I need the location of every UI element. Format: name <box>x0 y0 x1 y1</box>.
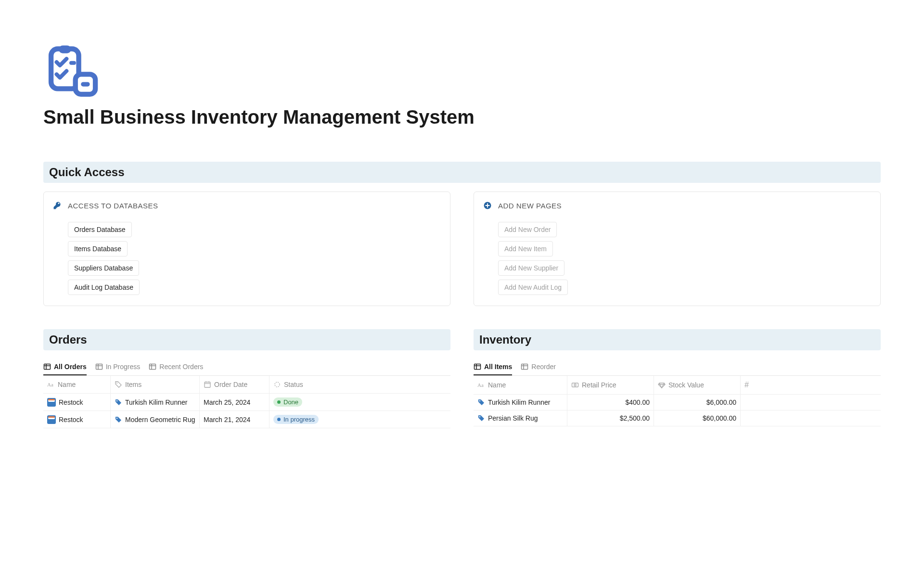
svg-text:Aa: Aa <box>477 382 484 388</box>
table-icon <box>521 363 528 371</box>
svg-point-32 <box>574 384 576 386</box>
svg-rect-31 <box>572 383 578 387</box>
add-new-order-button[interactable]: Add New Order <box>498 222 557 237</box>
cell-name: Restock <box>43 394 111 410</box>
quick-access-header: Quick Access <box>43 162 881 183</box>
table-row[interactable]: Restock Modern Geometric Rug March 21, 2… <box>43 411 450 428</box>
col-retail-price[interactable]: Retail Price <box>567 376 654 394</box>
col-name[interactable]: Aa Name <box>43 376 111 393</box>
svg-text:Aa: Aa <box>47 382 53 387</box>
tab-label: Recent Orders <box>159 363 203 371</box>
tag-icon <box>115 381 122 388</box>
add-new-audit-log-button[interactable]: Add New Audit Log <box>498 280 568 295</box>
add-pages-label: ADD NEW PAGES <box>498 202 562 210</box>
cell-stock: $6,000.00 <box>654 395 741 410</box>
tab-label: All Orders <box>54 363 87 371</box>
cell-name: Restock <box>43 411 111 428</box>
status-badge: Done <box>273 397 302 407</box>
cell-date: March 21, 2024 <box>200 411 270 428</box>
orders-tabs: All Orders In Progress Recent Orders <box>43 359 450 376</box>
tab-reorder[interactable]: Reorder <box>521 359 556 375</box>
table-icon <box>43 363 51 371</box>
calendar-icon <box>204 381 211 388</box>
tab-label: In Progress <box>106 363 141 371</box>
tab-all-orders[interactable]: All Orders <box>43 359 87 375</box>
databases-label: ACCESS TO DATABASES <box>68 202 158 210</box>
table-row[interactable]: Persian Silk Rug $2,500.00 $60,000.00 <box>474 410 881 426</box>
svg-rect-17 <box>205 382 210 387</box>
tab-label: Reorder <box>531 363 556 371</box>
col-hash[interactable]: # <box>741 376 881 394</box>
cell-item: Modern Geometric Rug <box>111 411 200 428</box>
orders-heading: Orders <box>49 333 445 346</box>
orders-header: Orders <box>43 329 450 350</box>
money-icon <box>571 381 579 389</box>
tab-recent-orders[interactable]: Recent Orders <box>149 359 203 375</box>
svg-rect-12 <box>150 364 156 370</box>
svg-point-21 <box>275 382 280 387</box>
inventory-table-head: Aa Name Retail Price Stock Value # <box>474 376 881 395</box>
svg-rect-4 <box>81 82 90 87</box>
tab-in-progress[interactable]: In Progress <box>95 359 141 375</box>
table-row[interactable]: Restock Turkish Kilim Runner March 25, 2… <box>43 394 450 411</box>
store-icon <box>47 415 56 424</box>
cell-hash <box>741 410 881 426</box>
tab-label: All Items <box>484 363 512 371</box>
audit-log-database-link[interactable]: Audit Log Database <box>68 280 140 295</box>
databases-card: ACCESS TO DATABASES Orders Database Item… <box>43 192 450 306</box>
add-pages-card: ADD NEW PAGES Add New Order Add New Item… <box>474 192 881 306</box>
inventory-heading: Inventory <box>479 333 875 346</box>
svg-rect-24 <box>475 364 481 370</box>
inventory-tabs: All Items Reorder <box>474 359 881 376</box>
tag-icon <box>115 398 122 406</box>
svg-point-33 <box>479 400 480 401</box>
col-order-date[interactable]: Order Date <box>200 376 270 393</box>
inventory-header: Inventory <box>474 329 881 350</box>
cell-name: Turkish Kilim Runner <box>474 395 567 410</box>
quick-access-heading: Quick Access <box>49 166 875 179</box>
cell-hash <box>741 395 881 410</box>
cell-name: Persian Silk Rug <box>474 410 567 426</box>
status-badge: In progress <box>273 415 319 424</box>
cell-date: March 25, 2024 <box>200 394 270 410</box>
add-new-item-button[interactable]: Add New Item <box>498 241 553 256</box>
gem-icon <box>658 381 666 389</box>
svg-point-23 <box>116 417 117 418</box>
tag-icon <box>477 414 485 422</box>
key-icon <box>52 201 62 210</box>
suppliers-database-link[interactable]: Suppliers Database <box>68 260 139 276</box>
add-new-supplier-button[interactable]: Add New Supplier <box>498 260 565 276</box>
items-database-link[interactable]: Items Database <box>68 241 128 256</box>
plus-circle-icon <box>483 201 492 210</box>
text-icon: Aa <box>47 381 55 388</box>
svg-point-34 <box>479 416 480 417</box>
orders-database-link[interactable]: Orders Database <box>68 222 132 237</box>
col-name[interactable]: Aa Name <box>474 376 567 394</box>
tab-all-items[interactable]: All Items <box>474 359 512 375</box>
col-items[interactable]: Items <box>111 376 200 393</box>
svg-rect-1 <box>59 46 71 53</box>
col-stock-value[interactable]: Stock Value <box>654 376 741 394</box>
cell-status: Done <box>270 394 450 410</box>
table-icon <box>474 363 481 371</box>
store-icon <box>47 398 56 407</box>
table-row[interactable]: Turkish Kilim Runner $400.00 $6,000.00 <box>474 395 881 410</box>
page-title: Small Business Inventory Management Syst… <box>43 106 881 128</box>
svg-point-22 <box>116 400 117 401</box>
tag-icon <box>477 398 485 406</box>
cell-price: $400.00 <box>567 395 654 410</box>
cell-item: Turkish Kilim Runner <box>111 394 200 410</box>
svg-rect-9 <box>96 364 102 370</box>
orders-table-head: Aa Name Items Order Date Status <box>43 376 450 394</box>
svg-rect-6 <box>44 364 51 370</box>
text-icon: Aa <box>477 381 485 389</box>
table-icon <box>149 363 156 371</box>
cell-price: $2,500.00 <box>567 410 654 426</box>
cell-status: In progress <box>270 411 450 428</box>
status-icon <box>273 381 281 388</box>
col-status[interactable]: Status <box>270 376 450 393</box>
tag-icon <box>115 416 122 423</box>
table-icon <box>95 363 103 371</box>
page-icon <box>43 43 881 101</box>
svg-rect-27 <box>522 364 528 370</box>
